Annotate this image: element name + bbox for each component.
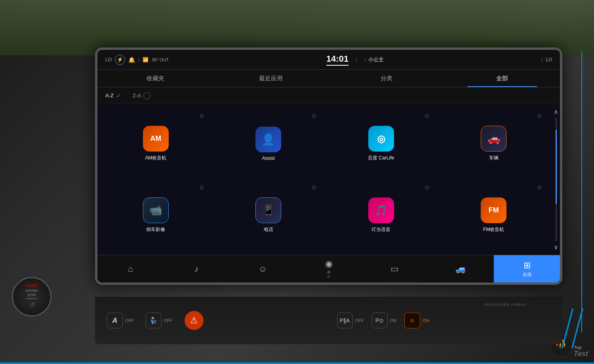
tab-category-label: 分类	[381, 75, 392, 82]
status-right: | LO	[541, 57, 552, 63]
scroll-down-arrow[interactable]: ∨	[554, 243, 558, 251]
seat-off-label: OFF	[164, 318, 173, 323]
tab-favorites-label: 收藏夹	[147, 75, 164, 82]
app-label-assist: Assist	[262, 155, 275, 161]
dingdang-icon-text: 🎵	[375, 204, 387, 216]
nav-car[interactable]: 🚙	[428, 255, 494, 282]
app-label-am: AM收音机	[145, 155, 166, 161]
nav-apps[interactable]: ⊞ 应用	[494, 255, 560, 282]
passenger-airbag-label: PASSENGER AIRBAG	[484, 303, 527, 307]
app-am-radio[interactable]: ☆ AM AM收音机	[101, 110, 210, 178]
screen-content: LO ⚡ 🔔 | 📶 30° OUT 14:01 | ♪ 小公主 | LO	[97, 50, 560, 282]
bluetooth-icon: ⚡	[115, 55, 125, 65]
seat-icon: 💺	[146, 313, 162, 328]
app-carlife[interactable]: ☆ ◎ 百度 CarLife	[327, 110, 436, 178]
status-center: 14:01 | ♪ 小公主	[173, 54, 537, 66]
bell-icon: 🔔	[128, 57, 135, 63]
lane-assist-btn[interactable]: P‖A OFF	[337, 313, 364, 328]
bottom-navigation: ⌂ ♪ ☺ ◉ 南A ▭ 🚙 ⊞ 应用	[97, 255, 560, 282]
logo-bottom-text: Test	[574, 350, 588, 358]
star-icon-phone[interactable]: ☆	[311, 184, 317, 191]
carlife-icon-text: ◎	[377, 133, 385, 144]
app-icon-camera: 📹	[143, 197, 169, 223]
auto-icon: A	[107, 313, 123, 328]
parking-on-btn[interactable]: P⊙ ON	[372, 313, 397, 328]
bottom-blue-line	[0, 362, 594, 364]
song-title: 小公主	[368, 56, 384, 63]
scrollbar: ∧ ∨	[552, 104, 560, 255]
app-icon-assist: 👤	[255, 127, 281, 152]
sort-za-circle	[143, 92, 150, 99]
app-phone[interactable]: ☆ 📱 电话	[214, 182, 323, 249]
app-icon-fm: FM	[481, 197, 506, 223]
nav-compass[interactable]: ◉ 南A	[296, 255, 362, 282]
app-area: ☆ AM AM收音机 ☆ 👤 Assist ☆	[97, 104, 560, 255]
app-label-carlife: 百度 CarLife	[368, 155, 394, 161]
sort-az[interactable]: A-Z ✓	[105, 93, 121, 99]
star-icon-vehicle[interactable]: ☆	[537, 112, 542, 119]
right-controls: P‖A OFF P⊙ ON ⊘ ON	[337, 313, 429, 328]
phone-icon-text: 📱	[262, 204, 275, 216]
star-icon-fm[interactable]: ☆	[537, 184, 542, 191]
home-icon: ⌂	[128, 264, 133, 274]
nav-apps-label: 应用	[523, 272, 531, 278]
nav-face[interactable]: ☺	[230, 255, 296, 282]
tab-category[interactable]: 分类	[329, 70, 444, 87]
app-label-fm: FM收音机	[483, 226, 504, 233]
star-icon-carlife[interactable]: ☆	[424, 112, 430, 119]
star-icon-assist[interactable]: ☆	[311, 112, 317, 119]
star-icon-am[interactable]: ☆	[199, 112, 204, 119]
scroll-track	[556, 118, 557, 241]
right-lo-label: LO	[546, 57, 552, 63]
lane-icon: P‖A	[337, 313, 353, 328]
seat-off-btn[interactable]: 💺 OFF	[146, 313, 173, 328]
compass-icon: ◉	[325, 259, 333, 269]
app-icon-vehicle: 🚗	[481, 126, 506, 152]
nav-phone[interactable]: ▭	[362, 255, 428, 282]
auto-off-btn[interactable]: A OFF	[107, 313, 134, 328]
control-panel: A OFF 💺 OFF ⚠ PASSENGER AIRBAG P‖A OFF P…	[95, 297, 562, 344]
assist-icon-text: 👤	[261, 133, 275, 146]
am-icon-text: AM	[150, 135, 161, 143]
left-lo-label: LO	[105, 57, 112, 63]
compass-label: 南A	[327, 270, 331, 279]
app-icon-dingdang: 🎵	[368, 197, 394, 223]
sort-za[interactable]: Z-A	[133, 92, 150, 99]
navigation-tabs: 收藏夹 最近应用 分类 全部	[97, 70, 560, 87]
time-display: 14:01	[326, 54, 348, 66]
passenger-airbag-area: PASSENGER AIRBAG P‖A OFF P⊙ ON ⊘ ON	[215, 313, 550, 328]
sort-row: A-Z ✓ Z-A	[97, 87, 560, 104]
tab-favorites[interactable]: 收藏夹	[97, 70, 213, 87]
car-icon: 🚙	[455, 264, 466, 274]
nav-home[interactable]: ⌂	[97, 255, 164, 282]
music-icon: ♪	[194, 264, 199, 274]
logo-top-text: Top	[574, 345, 582, 350]
app-fm-radio[interactable]: ☆ FM FM收音机	[440, 182, 548, 249]
hazard-button[interactable]: ⚠	[185, 311, 204, 330]
app-label-phone: 电话	[264, 226, 273, 233]
windshield-view	[0, 0, 594, 55]
engine-label-start: START	[26, 283, 37, 288]
pia-on-btn[interactable]: ⊘ ON	[404, 313, 429, 328]
tab-recent[interactable]: 最近应用	[213, 70, 329, 87]
vehicle-icon-text: 🚗	[487, 133, 500, 145]
scroll-up-arrow[interactable]: ∧	[554, 108, 558, 116]
nav-music[interactable]: ♪	[164, 255, 230, 282]
app-vehicle[interactable]: ☆ 🚗 车辆	[440, 110, 548, 178]
app-assist[interactable]: ☆ 👤 Assist	[214, 110, 323, 178]
app-dingdang[interactable]: ☆ 🎵 叮当语音	[327, 182, 436, 249]
sort-az-label: A-Z	[105, 93, 114, 99]
engine-label-stop: STOP	[27, 293, 36, 297]
app-camera[interactable]: ☆ 📹 倒车影像	[101, 182, 210, 249]
engine-start-button[interactable]: START ENGINE STOP ↺	[12, 277, 51, 317]
star-icon-camera[interactable]: ☆	[199, 184, 204, 191]
status-left: LO ⚡ 🔔 | 📶 30° OUT	[105, 55, 169, 65]
tab-all[interactable]: 全部	[444, 70, 560, 87]
apps-grid-icon: ⊞	[524, 260, 531, 271]
star-icon-dingdang[interactable]: ☆	[424, 184, 430, 191]
app-label-vehicle: 车辆	[489, 155, 499, 161]
pia-icon: ⊘	[404, 313, 420, 328]
parking-on-label: ON	[390, 318, 397, 323]
sort-az-check-icon: ✓	[116, 93, 121, 99]
tab-recent-label: 最近应用	[259, 75, 283, 82]
